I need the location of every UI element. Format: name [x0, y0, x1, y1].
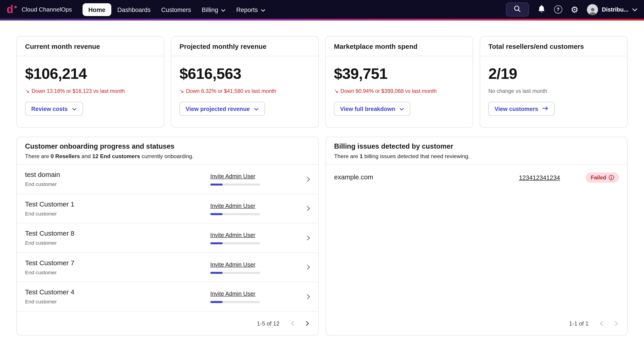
- logo-dot: [14, 6, 17, 8]
- customer-info: Test Customer 4 End customer: [25, 288, 210, 305]
- subtitle-issue-count: 1: [360, 153, 363, 159]
- billing-issue-row: example.com 123412341234 Failed ⓘ: [326, 165, 627, 190]
- invite-admin-user-link[interactable]: Invite Admin User: [210, 261, 255, 268]
- settings-button[interactable]: ⚙: [571, 5, 578, 14]
- card-action-row: View projected revenue: [180, 102, 310, 116]
- brand-home-link[interactable]: d Cloud ChannelOps: [6, 4, 72, 15]
- customer-name: test domain: [25, 171, 210, 179]
- brand-name: Cloud ChannelOps: [22, 6, 72, 13]
- customer-name: Test Customer 8: [25, 230, 210, 238]
- chevron-down-icon: [261, 6, 265, 13]
- customer-type: End customer: [25, 299, 210, 305]
- card-title: Total resellers/end customers: [480, 36, 627, 56]
- pagination-next-button: [614, 321, 618, 326]
- chevron-right-icon: [306, 264, 310, 270]
- nav-item-customers[interactable]: Customers: [157, 3, 196, 16]
- bell-icon: [538, 4, 546, 14]
- avatar: [587, 4, 598, 15]
- card-action-row: View customers: [488, 102, 619, 116]
- subtitle-text: There are: [334, 153, 360, 159]
- stat-delta-text: No change vs last month: [488, 88, 547, 94]
- card-body: $616,563 ↘ Down 6.32% or $41,580 vs last…: [171, 56, 318, 124]
- onboarding-status: Invite Admin User: [210, 202, 260, 215]
- card-body: $39,751 ↘ Down 90.94% or $399,068 vs las…: [326, 56, 473, 124]
- stat-delta: No change vs last month: [488, 88, 619, 94]
- card-action-row: View full breakdown: [334, 102, 464, 116]
- invite-admin-user-link[interactable]: Invite Admin User: [210, 232, 255, 238]
- pagination-range-label: 1-5 of 12: [257, 320, 279, 327]
- onboarding-row[interactable]: test domain End customer Invite Admin Us…: [17, 165, 318, 194]
- nav-actions: ? ⚙ Distribu...: [506, 2, 638, 16]
- onboarding-row[interactable]: Test Customer 1 End customer Invite Admi…: [17, 194, 318, 224]
- trend-down-icon: ↘: [25, 88, 30, 94]
- onboarding-row[interactable]: Test Customer 7 End customer Invite Admi…: [17, 253, 318, 282]
- nav-item-dashboards[interactable]: Dashboards: [113, 3, 155, 16]
- search-button[interactable]: [506, 2, 529, 16]
- panel-title: Billing issues detected by customer: [334, 142, 619, 151]
- customer-info: test domain End customer: [25, 171, 210, 188]
- onboarding-row[interactable]: Test Customer 4 End customer Invite Admi…: [17, 282, 318, 312]
- logo-letter: d: [6, 4, 13, 15]
- stat-value: $106,214: [25, 65, 156, 82]
- stat-delta: ↘ Down 90.94% or $399,068 vs last month: [334, 88, 464, 94]
- invoice-number-link[interactable]: 123412341234: [519, 174, 560, 181]
- panel-grid: Customer onboarding progress and statuse…: [16, 137, 628, 336]
- brand-logo-icon: d: [6, 4, 17, 15]
- invite-admin-user-link[interactable]: Invite Admin User: [210, 290, 255, 297]
- brand-gradient-divider: [0, 19, 644, 20]
- progress-fill: [210, 242, 223, 244]
- onboarding-status: Invite Admin User: [210, 172, 260, 186]
- chevron-right-icon: [306, 205, 310, 212]
- card-title: Marketplace month spend: [326, 36, 473, 56]
- view-projected-revenue-button[interactable]: View projected revenue: [180, 102, 265, 116]
- chevron-right-icon: [306, 235, 310, 241]
- help-icon: ?: [554, 6, 562, 14]
- customer-name: Test Customer 1: [25, 200, 210, 208]
- button-label: View full breakdown: [340, 106, 395, 112]
- review-costs-button[interactable]: Review costs: [25, 102, 83, 116]
- view-customers-button[interactable]: View customers: [488, 102, 554, 116]
- stat-delta-text: Down 90.94% or $399,068 vs last month: [340, 88, 437, 94]
- progress-bar: [210, 272, 260, 274]
- customer-type: End customer: [25, 270, 210, 276]
- subtitle-text: currently onboarding.: [140, 153, 194, 159]
- page: d Cloud ChannelOps Home Dashboards Custo…: [0, 0, 644, 347]
- nav-item-label: Customers: [161, 6, 191, 13]
- card-current-month-revenue: Current month revenue $106,214 ↘ Down 13…: [16, 36, 164, 128]
- view-full-breakdown-button[interactable]: View full breakdown: [334, 102, 410, 116]
- subtitle-resellers-count: 0 Resellers: [50, 153, 80, 159]
- billing-issues-panel: Billing issues detected by customer Ther…: [326, 137, 628, 336]
- chevron-right-icon: [306, 176, 310, 182]
- notifications-button[interactable]: [538, 4, 546, 14]
- stat-value: $616,563: [180, 65, 310, 82]
- pagination-next-button[interactable]: [305, 321, 309, 326]
- invite-admin-user-link[interactable]: Invite Admin User: [210, 202, 255, 209]
- help-button[interactable]: ?: [554, 6, 562, 14]
- account-menu[interactable]: Distribu...: [587, 4, 638, 15]
- nav-item-label: Billing: [202, 6, 218, 13]
- onboarding-subtitle: There are 0 Resellers and 12 End custome…: [25, 153, 310, 159]
- customer-info: Test Customer 8 End customer: [25, 230, 210, 246]
- nav-item-home[interactable]: Home: [82, 3, 111, 16]
- chevron-right-icon: [306, 294, 310, 300]
- chevron-down-icon: [399, 106, 404, 112]
- subtitle-text: There are: [25, 153, 50, 159]
- progress-fill: [210, 184, 223, 186]
- nav-item-reports[interactable]: Reports: [232, 3, 270, 16]
- subtitle-text: and: [80, 153, 92, 159]
- chevron-down-icon: [72, 106, 77, 112]
- onboarding-panel-header: Customer onboarding progress and statuse…: [17, 137, 318, 165]
- onboarding-status: Invite Admin User: [210, 261, 260, 274]
- onboarding-row[interactable]: Test Customer 8 End customer Invite Admi…: [17, 224, 318, 253]
- progress-fill: [210, 272, 223, 274]
- progress-bar: [210, 184, 260, 186]
- status-badge-failed: Failed ⓘ: [586, 172, 619, 182]
- stat-delta-text: Down 13.18% or $16,123 vs last month: [32, 88, 125, 94]
- nav-item-billing[interactable]: Billing: [197, 3, 230, 16]
- invite-admin-user-link[interactable]: Invite Admin User: [210, 173, 255, 180]
- account-label: Distribu...: [602, 6, 628, 13]
- stat-delta: ↘ Down 6.32% or $41,580 vs last month: [180, 88, 310, 94]
- button-label: Review costs: [31, 106, 68, 112]
- customer-type: End customer: [25, 182, 210, 187]
- customer-type: End customer: [25, 211, 210, 217]
